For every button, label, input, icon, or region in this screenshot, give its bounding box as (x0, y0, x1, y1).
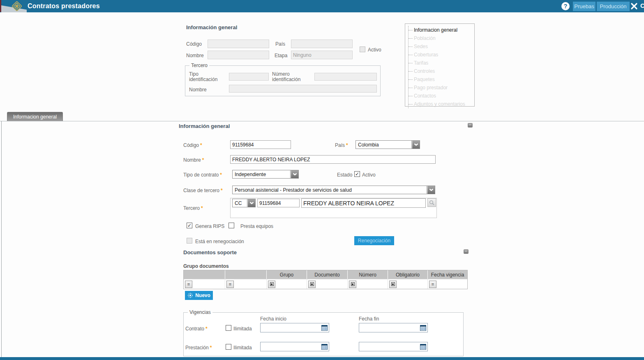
filter-lookup-button[interactable] (268, 281, 275, 288)
filter-equals-button[interactable]: = (429, 281, 436, 288)
esta-en-renegociacion-checkbox (187, 238, 192, 244)
close-icon[interactable] (630, 2, 639, 11)
tercero-tipo-select[interactable]: CC (232, 199, 256, 207)
filter-lookup-button[interactable] (389, 281, 397, 288)
tree-item-sedes: Sedes (409, 42, 474, 51)
genera-rips-checkbox[interactable]: ✓ (187, 223, 192, 228)
tipo-contrato-label: Tipo de contrato* (183, 172, 222, 178)
grid-col-numero: Número (348, 270, 388, 279)
panel-left-border (1, 121, 2, 357)
estado-activo-label: Activo (362, 172, 376, 178)
tipo-contrato-select[interactable]: Independiente (232, 170, 299, 179)
tree-item-contactos: Contactos (409, 92, 474, 100)
required-marker: * (346, 142, 348, 148)
tree-item-pago-prestador: Pago prestador (409, 84, 474, 92)
chevron-down-icon (427, 186, 435, 194)
chevron-down-icon (291, 170, 298, 178)
summary-pais-label: País (275, 41, 285, 47)
tercero-tipo-label: Tipo identificación (189, 72, 227, 82)
filter-square-icon (351, 282, 355, 286)
collapse-documentos-button[interactable]: − (464, 249, 469, 254)
contrato-ilimitada-label: Ilimitada (233, 326, 252, 332)
tree-item-coberturas: Coberturas (409, 51, 474, 59)
app-logo-icon (12, 1, 22, 12)
required-marker: * (201, 205, 203, 211)
tree-item-tarifas: Tarifas (409, 59, 474, 67)
tercero-nombre-label: Nombre (189, 87, 207, 93)
calendar-icon[interactable] (419, 343, 427, 351)
filter-square-icon (310, 282, 314, 286)
summary-etapa-label: Etapa (275, 53, 287, 58)
grupo-documentos-title: Grupo documentos (183, 263, 229, 269)
prestacion-fecha-fin-field (359, 342, 428, 351)
calendar-icon[interactable] (321, 324, 328, 332)
tercero-numero-input[interactable] (257, 199, 300, 207)
prestacion-fecha-fin-input[interactable] (359, 342, 419, 351)
filter-equals-button[interactable]: = (226, 281, 234, 288)
fecha-fin-column-label: Fecha fin (359, 316, 379, 322)
new-record-icon (187, 293, 193, 298)
contrato-fecha-fin-field (359, 323, 428, 332)
estado-activo-checkbox[interactable]: ✓ (354, 171, 360, 177)
contrato-fecha-inicio-field (260, 323, 329, 332)
grid-col-grupo: Grupo (267, 270, 307, 279)
nombre-input[interactable] (230, 155, 436, 164)
contrato-fecha-inicio-input[interactable] (261, 323, 321, 332)
calendar-icon[interactable] (321, 343, 328, 351)
bottom-bar (0, 357, 644, 360)
pruebas-button[interactable]: Pruebas (573, 2, 596, 11)
contrato-fecha-fin-input[interactable] (359, 323, 419, 332)
grid-header-row: Grupo Documento Número Obligatorio Fecha… (184, 270, 467, 279)
grid-col-blank-1 (184, 270, 225, 279)
prestacion-ilimitada-label: Ilimitada (233, 345, 252, 351)
grid-col-blank-2 (225, 270, 267, 279)
tree-item-adjuntos-comentarios: Adjuntos y comentarios (409, 100, 474, 108)
help-button[interactable]: ? (561, 2, 570, 10)
collapse-informacion-general-button[interactable]: − (468, 123, 473, 128)
tree-item-controles: Controles (409, 67, 474, 75)
renegociacion-button[interactable]: Renegociación (354, 236, 394, 245)
tree-item-paquetes: Paquetes (409, 75, 474, 84)
presta-equipos-checkbox[interactable] (229, 223, 234, 228)
tree-item-informacion-general[interactable]: Informacion general (409, 26, 474, 34)
summary-codigo-input (208, 39, 269, 48)
section-nav-tree: Informacion general Población Sedes Cobe… (405, 23, 475, 107)
vigencia-contrato-label: Contrato* (185, 326, 208, 332)
required-marker: * (200, 142, 202, 148)
pais-label: País* (335, 142, 348, 148)
tercero-search-button[interactable] (427, 198, 436, 207)
contratos-prestadores-window: Contratos prestadores ? Pruebas Producci… (0, 0, 644, 360)
summary-section-heading: Información general (186, 24, 237, 30)
prestacion-ilimitada-checkbox[interactable] (226, 344, 231, 350)
grid-filter-row: = = = (184, 279, 467, 289)
produccion-button[interactable]: Producción (597, 2, 630, 11)
tercero-tipo-input (229, 73, 269, 81)
codigo-input[interactable] (230, 140, 291, 149)
grid-col-obligatorio: Obligatorio (388, 270, 428, 279)
required-marker: * (221, 188, 223, 193)
presta-equipos-label: Presta equipos (240, 223, 273, 229)
tab-informacion-general[interactable]: Informacion general (7, 112, 63, 121)
calendar-icon[interactable] (419, 324, 427, 332)
clase-tercero-label: Clase de tercero* (183, 188, 223, 193)
contrato-ilimitada-checkbox[interactable] (226, 325, 231, 331)
fecha-inicio-column-label: Fecha inicio (260, 316, 286, 322)
tercero-nombre-input[interactable] (301, 198, 426, 208)
clase-tercero-select[interactable]: Personal asistencial - Prestador de serv… (232, 186, 435, 194)
summary-activo-label: Activo (368, 47, 381, 53)
pais-select[interactable]: Colombia (355, 140, 420, 149)
codigo-label: Código* (183, 142, 202, 148)
summary-nombre-input (208, 51, 269, 59)
filter-equals-button[interactable]: = (185, 281, 192, 288)
chevron-down-icon (247, 199, 255, 207)
nuevo-button[interactable]: Nuevo (185, 291, 213, 300)
genera-rips-label: Genera RIPS (195, 223, 224, 229)
required-marker: * (202, 157, 204, 163)
filter-lookup-button[interactable] (349, 281, 356, 288)
prestacion-fecha-inicio-input[interactable] (261, 342, 321, 351)
filter-lookup-button[interactable] (308, 281, 316, 288)
titlebar-accent-strip (0, 0, 1, 12)
tab-bar: Informacion general (0, 112, 644, 121)
tercero-numero-input (314, 73, 377, 81)
summary-codigo-label: Código (186, 41, 202, 47)
